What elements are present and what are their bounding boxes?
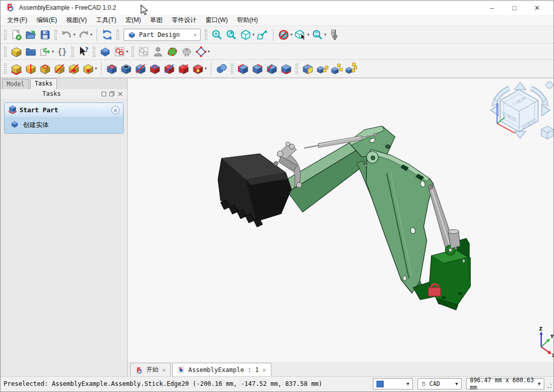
toolbar-drag-handle[interactable]	[54, 30, 57, 40]
selection-view-button[interactable]: ▾	[293, 28, 310, 42]
tab-tasks[interactable]: Tasks	[30, 78, 57, 89]
menu-item-3[interactable]: 工具(T)	[91, 14, 121, 26]
open-document-button[interactable]	[24, 28, 38, 42]
tab-close-icon[interactable]: ✕	[263, 366, 266, 374]
expression-editor-button[interactable]: {}	[55, 45, 69, 59]
menu-item-5[interactable]: 草图	[146, 14, 167, 26]
chamfer-button[interactable]	[250, 61, 265, 76]
whats-this-button[interactable]: ?	[76, 45, 91, 59]
start-part-header[interactable]: Start Part	[5, 103, 123, 117]
pad-button[interactable]	[9, 61, 24, 76]
menu-item-1[interactable]: 编辑(E)	[32, 14, 62, 26]
new-document-button[interactable]	[9, 28, 24, 42]
menu-item-0[interactable]: 文件(F)	[3, 14, 32, 26]
linear-pattern-button[interactable]	[315, 61, 329, 76]
toolbar-drag-handle[interactable]	[295, 64, 298, 74]
thickness-button[interactable]	[279, 61, 293, 76]
toolbar-drag-handle[interactable]	[4, 47, 7, 57]
pocket-button[interactable]	[105, 61, 119, 76]
fit-all-button[interactable]	[210, 28, 224, 42]
navcube-arrow-right[interactable]	[542, 105, 550, 116]
create-group-button[interactable]	[24, 45, 38, 59]
view-isometric-button[interactable]: ▾	[239, 28, 255, 42]
close-button[interactable]: ✕	[526, 1, 548, 14]
tab-model[interactable]: Model	[2, 79, 29, 89]
additive-helix-button[interactable]	[67, 61, 81, 76]
zoom-selection-button[interactable]	[224, 28, 239, 42]
attach-sketch-icon	[152, 46, 164, 58]
toolbar-drag-handle[interactable]	[4, 30, 7, 40]
menu-item-7[interactable]: 窗口(W)	[201, 14, 232, 26]
bucket[interactable]	[218, 154, 291, 227]
minimize-button[interactable]: –	[481, 1, 503, 14]
align-view-button[interactable]	[255, 28, 270, 42]
navcube-arrow-up[interactable]	[515, 82, 526, 90]
groove-button[interactable]	[133, 61, 148, 76]
multi-transform-button[interactable]	[344, 61, 358, 76]
menu-item-2[interactable]: 视图(V)	[62, 14, 91, 26]
navcube-body[interactable]: 上视图 前视图 右视图	[500, 90, 538, 132]
collapse-icon[interactable]	[111, 106, 120, 114]
tab-assembly-example[interactable]: AssemblyExample : 1 ✕	[172, 363, 271, 376]
edit-sketch-button[interactable]	[136, 45, 151, 59]
create-part-button[interactable]	[9, 45, 24, 59]
workbench-selector[interactable]: Part Design▾	[124, 29, 201, 41]
tab-start-page[interactable]: 开始 ✕	[130, 363, 171, 376]
toolbar-drag-handle[interactable]	[231, 64, 233, 74]
subtractive-loft-button[interactable]	[148, 61, 162, 76]
boolean-operation-button[interactable]	[214, 61, 229, 76]
toolbar-drag-handle[interactable]	[4, 64, 7, 74]
draft-button[interactable]	[265, 61, 279, 76]
tab-close-icon[interactable]: ✕	[162, 366, 166, 374]
revolution-button[interactable]	[24, 61, 38, 76]
attach-sketch-button[interactable]	[151, 45, 165, 59]
resize-grip[interactable]	[546, 378, 552, 389]
dimension-dropdown[interactable]: 896.47 mm x 600.63 mm ▼	[466, 378, 544, 389]
create-body-button[interactable]	[98, 45, 112, 59]
additive-pipe-button[interactable]	[52, 61, 67, 76]
mirrored-button[interactable]	[301, 61, 315, 76]
measure-button[interactable]	[327, 28, 342, 42]
zoom-sync-button[interactable]: ▾	[310, 28, 327, 42]
navcube-circle-button[interactable]	[546, 82, 553, 89]
subtractive-helix-button[interactable]	[176, 61, 191, 76]
3d-viewport[interactable]: 上视图 前视图 右视图	[128, 78, 553, 362]
subtractive-primitive-button[interactable]: ▾	[191, 61, 208, 76]
toolbar-drag-handle[interactable]	[71, 47, 74, 57]
link-make-button[interactable]: ▾	[38, 45, 55, 59]
toolbar-drag-handle[interactable]	[131, 47, 134, 57]
toolbar-drag-handle[interactable]	[205, 30, 207, 40]
create-sketch-button[interactable]: ▾	[112, 45, 129, 59]
create-datum-button[interactable]: ▾	[194, 45, 211, 59]
navigation-cube[interactable]: 上视图 前视图 右视图	[490, 82, 553, 139]
fillet-button[interactable]	[236, 61, 250, 76]
toolbar-drag-handle[interactable]	[116, 30, 119, 40]
swatch-dropdown[interactable]: ▼	[373, 378, 413, 389]
additive-loft-button[interactable]	[38, 61, 52, 76]
navcube-mini-cube[interactable]	[541, 126, 553, 139]
panel-float-icon[interactable]	[108, 90, 116, 97]
maximize-button[interactable]: □	[503, 1, 526, 14]
subtractive-pipe-button[interactable]	[162, 61, 176, 76]
panel-dock-icon[interactable]	[100, 90, 108, 97]
additive-primitive-button[interactable]: ▾	[81, 61, 98, 76]
menu-item-8[interactable]: 帮助(H)	[232, 14, 263, 26]
toolbar-drag-handle[interactable]	[93, 47, 95, 57]
save-document-button[interactable]	[38, 28, 52, 42]
navcube-arrow-down[interactable]	[515, 131, 526, 138]
boom[interactable]	[366, 150, 433, 293]
pivot-boss[interactable]	[367, 152, 379, 163]
panel-close-icon[interactable]	[116, 90, 124, 97]
polar-pattern-button[interactable]	[329, 61, 344, 76]
undo-button[interactable]: ▾	[60, 28, 76, 42]
draw-style-button[interactable]: ▾	[276, 28, 293, 42]
redo-button[interactable]: ▾	[76, 28, 93, 42]
shape-binder-button[interactable]	[180, 45, 194, 59]
create-solid-item[interactable]: 创建实体	[5, 117, 123, 133]
navigation-style-dropdown[interactable]: CAD ▼	[418, 378, 462, 389]
validate-sketch-button[interactable]	[165, 45, 180, 59]
excavator-model[interactable]	[218, 126, 470, 310]
hole-button[interactable]	[119, 61, 133, 76]
refresh-button[interactable]	[100, 28, 114, 42]
menu-item-6[interactable]: 零件设计	[167, 14, 201, 26]
